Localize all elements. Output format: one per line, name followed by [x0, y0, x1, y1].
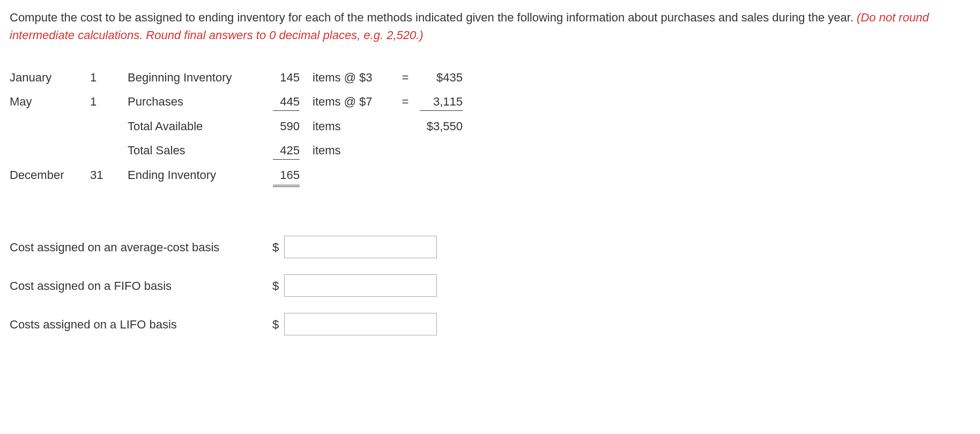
answer-row-average: Cost assigned on an average-cost basis $: [10, 228, 442, 266]
instruction-block: Compute the cost to be assigned to endin…: [10, 9, 969, 44]
answers-table: Cost assigned on an average-cost basis $…: [10, 228, 442, 343]
qty-cell: 165: [272, 163, 307, 190]
items-label-cell: items @ $3: [307, 65, 398, 89]
desc-cell: Total Sales: [128, 138, 272, 163]
items-label-cell: items: [307, 114, 398, 138]
amount-cell: 3,115: [420, 89, 470, 114]
table-row: May 1 Purchases 445 items @ $7 = 3,115: [10, 89, 470, 114]
desc-cell: Beginning Inventory: [128, 65, 272, 89]
table-row: Total Sales 425 items: [10, 138, 470, 163]
inventory-data-table: January 1 Beginning Inventory 145 items …: [10, 65, 470, 190]
items-label-cell: items @ $7: [307, 89, 398, 114]
desc-cell: Purchases: [128, 89, 272, 114]
equals-cell: =: [398, 89, 420, 114]
answer-row-lifo: Costs assigned on a LIFO basis $: [10, 305, 442, 343]
day-cell: 1: [90, 65, 128, 89]
qty-cell: 445: [272, 89, 307, 114]
month-cell: May: [10, 89, 90, 114]
day-cell: 31: [90, 163, 128, 190]
lifo-label: Costs assigned on a LIFO basis: [10, 305, 267, 343]
month-cell: January: [10, 65, 90, 89]
dollar-sign: $: [267, 305, 284, 343]
fifo-label: Cost assigned on a FIFO basis: [10, 266, 267, 305]
equals-cell: =: [398, 65, 420, 89]
desc-cell: Total Available: [128, 114, 272, 138]
qty-cell: 145: [272, 65, 307, 89]
amount-cell: $435: [420, 65, 470, 89]
amount-cell: $3,550: [420, 114, 470, 138]
answer-row-fifo: Cost assigned on a FIFO basis $: [10, 266, 442, 305]
dollar-sign: $: [267, 266, 284, 305]
lifo-input[interactable]: [284, 313, 437, 335]
table-row: Total Available 590 items $3,550: [10, 114, 470, 138]
avg-cost-input[interactable]: [284, 236, 437, 258]
items-label-cell: items: [307, 138, 398, 163]
table-row: January 1 Beginning Inventory 145 items …: [10, 65, 470, 89]
fifo-input[interactable]: [284, 274, 437, 297]
instruction-text: Compute the cost to be assigned to endin…: [10, 11, 857, 24]
desc-cell: Ending Inventory: [128, 163, 272, 190]
qty-cell: 425: [272, 138, 307, 163]
month-cell: December: [10, 163, 90, 190]
dollar-sign: $: [267, 228, 284, 266]
day-cell: 1: [90, 89, 128, 114]
qty-cell: 590: [272, 114, 307, 138]
avg-cost-label: Cost assigned on an average-cost basis: [10, 228, 267, 266]
table-row: December 31 Ending Inventory 165: [10, 163, 470, 190]
